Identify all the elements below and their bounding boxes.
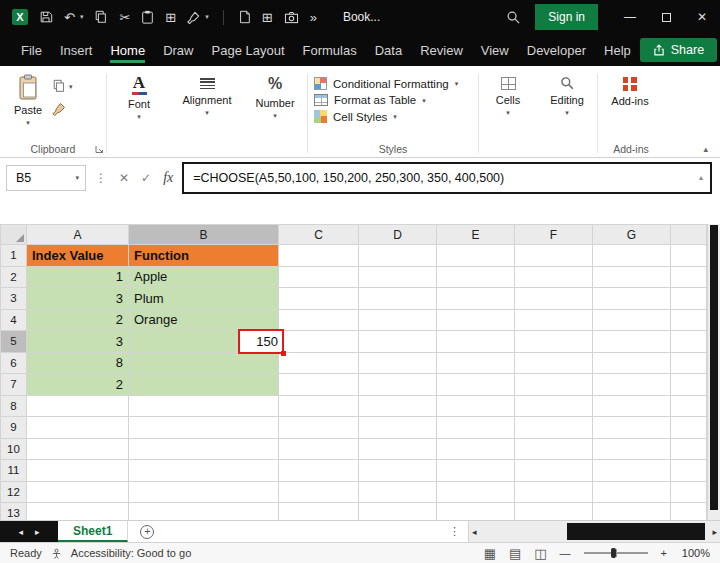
cell-C13[interactable]	[279, 503, 359, 521]
cell-D8[interactable]	[359, 395, 437, 417]
row-header-5[interactable]: 5	[1, 331, 27, 353]
cell-G4[interactable]	[593, 309, 671, 331]
scroll-right-icon[interactable]: ▸	[712, 527, 717, 537]
row-header-3[interactable]: 3	[1, 288, 27, 310]
cell-G11[interactable]	[593, 460, 671, 482]
cell-A5[interactable]: 3	[27, 331, 129, 353]
zoom-level[interactable]: 100%	[680, 547, 710, 559]
cell-E3[interactable]	[437, 288, 515, 310]
cell-D4[interactable]	[359, 309, 437, 331]
cell-partial4[interactable]	[671, 309, 707, 331]
formula-options-icon[interactable]: ⋮	[92, 171, 110, 185]
cell-A6[interactable]: 8	[27, 352, 129, 374]
paste-icon[interactable]	[141, 10, 154, 24]
horizontal-scrollbar-thumb[interactable]	[567, 523, 705, 540]
name-box-caret-icon[interactable]: ▾	[75, 174, 79, 182]
cell-E11[interactable]	[437, 460, 515, 482]
scroll-left-icon[interactable]: ◂	[472, 527, 477, 537]
cell-G7[interactable]	[593, 374, 671, 396]
sign-in-button[interactable]: Sign in	[535, 4, 598, 30]
cell-A10[interactable]	[27, 438, 129, 460]
column-header-A[interactable]: A	[27, 225, 129, 245]
cell-D2[interactable]	[359, 266, 437, 288]
keypad-grid-icon[interactable]: ⊞	[165, 11, 176, 24]
cell-C1[interactable]	[279, 245, 359, 267]
page-layout-view-icon[interactable]: ▤	[509, 547, 521, 560]
undo-dropdown-caret[interactable]: ▾	[80, 13, 84, 21]
confirm-entry-icon[interactable]: ✓	[138, 171, 154, 185]
menu-tab-home[interactable]: Home	[101, 35, 154, 66]
cell-C8[interactable]	[279, 395, 359, 417]
cell-G1[interactable]	[593, 245, 671, 267]
cell-C3[interactable]	[279, 288, 359, 310]
cells-button[interactable]: Cells ▾	[485, 71, 531, 116]
cell-A13[interactable]	[27, 503, 129, 521]
share-button[interactable]: Share	[640, 38, 717, 62]
cut-icon[interactable]: ✂	[119, 11, 130, 24]
camera-icon[interactable]	[284, 11, 299, 24]
zoom-in-icon[interactable]: +	[661, 547, 667, 559]
cell-G9[interactable]	[593, 417, 671, 439]
cell-E6[interactable]	[437, 352, 515, 374]
menu-tab-developer[interactable]: Developer	[518, 35, 595, 66]
cell-partial13[interactable]	[671, 503, 707, 521]
cell-B2[interactable]: Apple	[129, 266, 279, 288]
cell-B1[interactable]: Function	[129, 245, 279, 267]
cell-F1[interactable]	[515, 245, 593, 267]
copy-button[interactable]: ▾	[52, 79, 73, 93]
cell-B9[interactable]	[129, 417, 279, 439]
column-header-G[interactable]: G	[593, 225, 671, 245]
editing-button[interactable]: Editing ▾	[543, 71, 591, 116]
cell-partial11[interactable]	[671, 460, 707, 482]
name-box[interactable]: B5 ▾	[6, 165, 86, 191]
cancel-entry-icon[interactable]: ✕	[116, 171, 132, 185]
cell-F12[interactable]	[515, 481, 593, 503]
alignment-button[interactable]: Alignment ▾	[177, 71, 237, 116]
cell-A12[interactable]	[27, 481, 129, 503]
cell-B4[interactable]: Orange	[129, 309, 279, 331]
cell-G6[interactable]	[593, 352, 671, 374]
cell-partial5[interactable]	[671, 331, 707, 353]
cell-F9[interactable]	[515, 417, 593, 439]
formula-input[interactable]: =CHOOSE(A5,50,100, 150,200, 250,300, 350…	[182, 162, 712, 194]
cell-F6[interactable]	[515, 352, 593, 374]
cell-G12[interactable]	[593, 481, 671, 503]
save-icon[interactable]	[39, 10, 53, 24]
font-button[interactable]: A Font ▾	[113, 71, 165, 120]
cell-E7[interactable]	[437, 374, 515, 396]
document-icon[interactable]	[238, 10, 251, 24]
cell-C11[interactable]	[279, 460, 359, 482]
column-header-partial[interactable]	[671, 225, 707, 245]
row-header-11[interactable]: 11	[1, 460, 27, 482]
cell-E4[interactable]	[437, 309, 515, 331]
cell-A4[interactable]: 2	[27, 309, 129, 331]
column-header-F[interactable]: F	[515, 225, 593, 245]
cell-F7[interactable]	[515, 374, 593, 396]
maximize-button[interactable]	[648, 0, 684, 34]
cell-D9[interactable]	[359, 417, 437, 439]
vertical-scrollbar-thumb[interactable]	[710, 225, 718, 510]
row-header-1[interactable]: 1	[1, 245, 27, 267]
zoom-slider-knob[interactable]	[611, 548, 616, 558]
prev-sheet-icon[interactable]: ◂	[18, 527, 23, 537]
normal-view-icon[interactable]: ▦	[484, 547, 496, 560]
workbook-name[interactable]: Book...	[343, 10, 380, 24]
cell-A2[interactable]: 1	[27, 266, 129, 288]
clipboard-dialog-launcher-icon[interactable]	[95, 145, 104, 154]
cell-C10[interactable]	[279, 438, 359, 460]
cell-partial1[interactable]	[671, 245, 707, 267]
add-sheet-button[interactable]: +	[140, 525, 154, 539]
cell-D13[interactable]	[359, 503, 437, 521]
menu-tab-review[interactable]: Review	[411, 35, 472, 66]
cell-G10[interactable]	[593, 438, 671, 460]
format-as-table-button[interactable]: Format as Table ▾	[314, 94, 458, 106]
cell-A8[interactable]	[27, 395, 129, 417]
cell-C9[interactable]	[279, 417, 359, 439]
column-header-B[interactable]: B	[129, 225, 279, 245]
column-header-D[interactable]: D	[359, 225, 437, 245]
cell-D3[interactable]	[359, 288, 437, 310]
sheet-grid[interactable]: ABCDEFG1Index ValueFunction21Apple33Plum…	[0, 224, 707, 520]
cell-partial8[interactable]	[671, 395, 707, 417]
cell-B8[interactable]	[129, 395, 279, 417]
number-button[interactable]: % Number ▾	[249, 71, 301, 119]
